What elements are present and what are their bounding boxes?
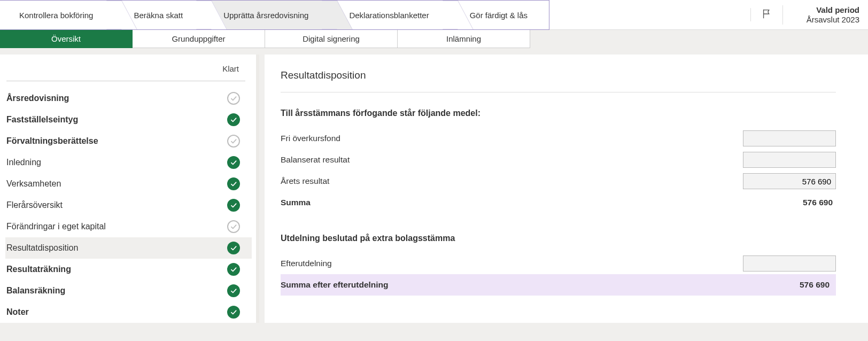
- check-icon: [227, 177, 240, 190]
- row-efterutdelning: Efterutdelning: [281, 253, 836, 274]
- period-value: Årsavslut 2023: [807, 15, 859, 25]
- input-efterutdelning[interactable]: [743, 255, 836, 272]
- tab-label: Grunduppgifter: [172, 34, 225, 43]
- row-label: Summa efter efterutdelning: [281, 280, 389, 290]
- sidebar-item-årsredovisning[interactable]: Årsredovisning: [5, 88, 252, 109]
- tab-inlamning[interactable]: Inlämning: [398, 30, 530, 48]
- wizard-step-label: Deklarationsblanketter: [349, 11, 429, 20]
- sidebar-item-balansräkning[interactable]: Balansräkning: [5, 280, 252, 301]
- wizard-step-kontrollera[interactable]: Kontrollera bokföring: [0, 1, 114, 29]
- sidebar-item-inledning[interactable]: Inledning: [5, 152, 252, 173]
- wizard-bar: Kontrollera bokföring Beräkna skatt Uppr…: [0, 0, 868, 30]
- sidebar-item-label: Fastställelseintyg: [6, 115, 78, 125]
- tab-label: Digital signering: [303, 34, 360, 43]
- row-label: Fri överkursfond: [281, 134, 340, 143]
- sidebar-item-label: Noter: [6, 307, 29, 317]
- sidebar-item-noter[interactable]: Noter: [5, 301, 252, 323]
- section1-title: Till årsstämmans förfogande står följand…: [281, 108, 836, 118]
- tab-grunduppgifter[interactable]: Grunduppgifter: [133, 30, 265, 48]
- klart-label: Klart: [222, 64, 239, 73]
- row-value: 576 690: [756, 198, 836, 207]
- content-panel: Resultatdisposition Till årsstämmans för…: [265, 55, 868, 323]
- flag-button[interactable]: [750, 8, 782, 21]
- tab-label: Översikt: [51, 34, 81, 43]
- sidebar-item-förändringar-i-eget-kapital[interactable]: Förändringar i eget kapital: [5, 216, 252, 237]
- tab-label: Inlämning: [446, 34, 481, 43]
- circle-icon: [227, 92, 240, 105]
- input-balanserat-resultat[interactable]: [743, 152, 836, 168]
- check-icon: [227, 156, 240, 169]
- sidebar-item-label: Flerårsöversikt: [6, 200, 63, 210]
- check-icon: [227, 199, 240, 212]
- tab-digital-signering[interactable]: Digital signering: [265, 30, 398, 48]
- sidebar-item-flerårsöversikt[interactable]: Flerårsöversikt: [5, 195, 252, 216]
- check-icon: [227, 263, 240, 276]
- sidebar-item-label: Verksamheten: [6, 179, 61, 189]
- sidebar-item-label: Balansräkning: [6, 286, 65, 296]
- wizard-step-label: Gör färdigt & lås: [470, 11, 528, 20]
- sidebar-item-label: Inledning: [6, 158, 41, 167]
- wizard-step-label: Upprätta årsredovisning: [223, 11, 308, 20]
- row-value: 576 690: [753, 280, 833, 290]
- sidebar-klart-header: Klart: [5, 62, 252, 81]
- row-summa-efter: Summa efter efterutdelning 576 690: [281, 274, 836, 296]
- sidebar-item-label: Årsredovisning: [6, 94, 69, 103]
- sidebar-item-resultatdisposition[interactable]: Resultatdisposition: [5, 237, 252, 259]
- sidebar-item-label: Resultatdisposition: [6, 243, 78, 253]
- sidebar-item-label: Förändringar i eget kapital: [6, 222, 106, 231]
- tab-oversikt[interactable]: Översikt: [0, 30, 133, 48]
- sub-tabs: Översikt Grunduppgifter Digital signerin…: [0, 30, 868, 48]
- flag-icon: [761, 8, 773, 21]
- circle-icon: [227, 220, 240, 233]
- sidebar-item-förvaltningsberättelse[interactable]: Förvaltningsberättelse: [5, 130, 252, 152]
- sidebar: Klart ÅrsredovisningFastställelseintygFö…: [0, 55, 259, 323]
- sidebar-item-verksamheten[interactable]: Verksamheten: [5, 173, 252, 195]
- wizard-step-label: Kontrollera bokföring: [19, 11, 93, 20]
- sidebar-item-label: Förvaltningsberättelse: [6, 136, 98, 146]
- period-label: Vald period: [816, 5, 859, 15]
- wizard-right: Vald period Årsavslut 2023: [750, 0, 868, 29]
- sidebar-item-resultaträkning[interactable]: Resultaträkning: [5, 259, 252, 280]
- circle-icon: [227, 135, 240, 148]
- check-icon: [227, 306, 240, 319]
- wizard-steps: Kontrollera bokföring Beräkna skatt Uppr…: [0, 0, 549, 30]
- row-label: Summa: [281, 198, 311, 207]
- check-icon: [227, 284, 240, 297]
- period-selector[interactable]: Vald period Årsavslut 2023: [782, 5, 868, 25]
- row-balanserat-resultat: Balanserat resultat: [281, 149, 836, 170]
- row-label: Årets resultat: [281, 176, 329, 186]
- wizard-step-label: Beräkna skatt: [134, 11, 183, 20]
- sidebar-divider: [6, 81, 245, 81]
- row-label: Efterutdelning: [281, 259, 332, 268]
- sidebar-item-fastställelseintyg[interactable]: Fastställelseintyg: [5, 109, 252, 130]
- check-icon: [227, 113, 240, 126]
- row-label: Balanserat resultat: [281, 155, 350, 165]
- check-icon: [227, 242, 240, 254]
- input-fri-overkursfond[interactable]: [743, 130, 836, 146]
- row-arets-resultat: Årets resultat: [281, 170, 836, 192]
- input-arets-resultat[interactable]: [743, 173, 836, 189]
- section2-title: Utdelning beslutad på extra bolagsstämma: [281, 234, 836, 243]
- row-fri-overkursfond: Fri överkursfond: [281, 128, 836, 149]
- sidebar-item-label: Resultaträkning: [6, 265, 71, 274]
- page-title: Resultatdisposition: [281, 69, 836, 92]
- row-summa: Summa 576 690: [281, 192, 836, 213]
